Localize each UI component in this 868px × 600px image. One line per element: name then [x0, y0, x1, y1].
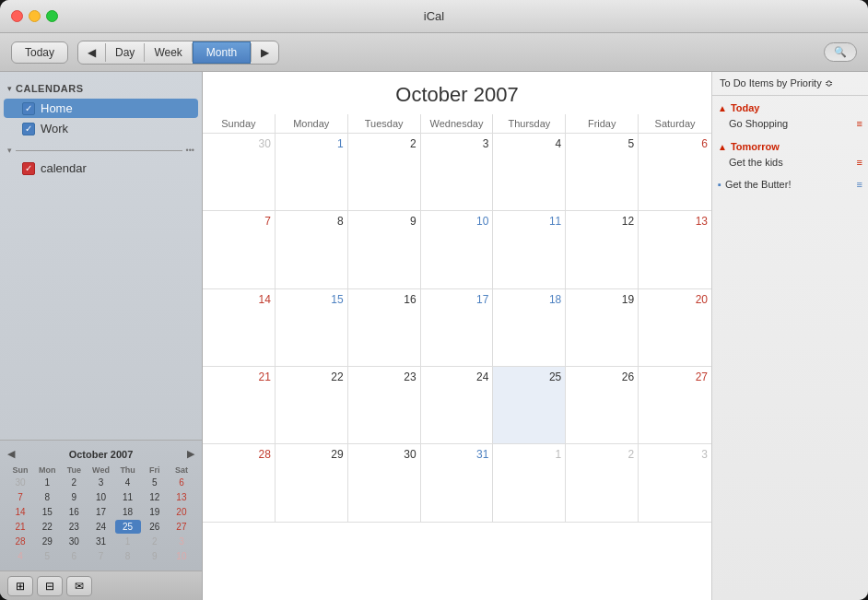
table-row[interactable]: 22: [276, 367, 348, 444]
table-row[interactable]: 8: [276, 211, 348, 288]
mini-day-12[interactable]: 12: [142, 490, 168, 504]
table-row[interactable]: 3: [421, 134, 494, 211]
mini-day-23[interactable]: 23: [61, 520, 87, 534]
mini-day-4-next[interactable]: 4: [7, 549, 33, 563]
week-view-button[interactable]: Week: [145, 42, 191, 63]
grid-view-button[interactable]: ⊟: [37, 576, 63, 596]
prev-button[interactable]: ◀: [78, 42, 105, 63]
table-row[interactable]: 13: [639, 211, 711, 288]
mini-day-28[interactable]: 28: [7, 535, 33, 548]
sidebar-item-calendar[interactable]: ✓ calendar: [4, 159, 198, 178]
mini-day-6-next[interactable]: 6: [61, 549, 87, 563]
mini-day-6[interactable]: 6: [169, 476, 194, 489]
table-row[interactable]: 30: [203, 134, 276, 211]
table-row[interactable]: 4: [493, 134, 566, 211]
mini-day-19[interactable]: 19: [142, 505, 168, 519]
table-row[interactable]: 25: [493, 367, 566, 444]
mini-day-10-next[interactable]: 10: [169, 549, 194, 563]
table-row[interactable]: 26: [566, 367, 639, 444]
list-item[interactable]: Go Shopping ≡: [712, 116, 868, 131]
mini-day-5[interactable]: 5: [142, 476, 168, 489]
table-row[interactable]: 31: [421, 444, 494, 522]
table-row[interactable]: 9: [348, 211, 421, 288]
table-row[interactable]: 5: [566, 134, 639, 211]
mini-day-16[interactable]: 16: [61, 505, 87, 519]
list-item[interactable]: ▪ Get the Butter! ≡: [712, 177, 868, 192]
table-row[interactable]: 1: [493, 444, 566, 522]
table-row[interactable]: 17: [421, 289, 494, 367]
mini-day-8[interactable]: 8: [34, 490, 60, 504]
mini-day-9-next[interactable]: 9: [142, 549, 168, 563]
table-row[interactable]: 21: [203, 367, 276, 444]
maximize-button[interactable]: [46, 10, 58, 22]
home-checkbox[interactable]: ✓: [22, 102, 35, 115]
work-checkbox[interactable]: ✓: [22, 123, 35, 135]
sidebar-item-work[interactable]: ✓ Work: [4, 119, 198, 138]
mini-day-30[interactable]: 30: [61, 535, 87, 548]
table-row[interactable]: 12: [566, 211, 639, 288]
table-row[interactable]: 2: [348, 134, 421, 211]
mini-day-31[interactable]: 31: [88, 535, 113, 548]
mini-day-1[interactable]: 1: [34, 476, 60, 489]
day-view-button[interactable]: Day: [106, 42, 144, 63]
mini-day-7-next[interactable]: 7: [88, 549, 113, 563]
mini-day-2-next[interactable]: 2: [142, 535, 168, 548]
table-row[interactable]: 16: [348, 289, 421, 367]
mini-day-3-next[interactable]: 3: [169, 535, 194, 548]
mini-day-27[interactable]: 27: [169, 520, 194, 534]
table-row[interactable]: 23: [348, 367, 421, 444]
table-row[interactable]: 6: [639, 134, 711, 211]
table-row[interactable]: 20: [639, 289, 711, 367]
table-row[interactable]: 1: [276, 134, 348, 211]
mini-day-30-prev[interactable]: 30: [7, 476, 33, 489]
mini-day-7[interactable]: 7: [7, 490, 33, 504]
table-row[interactable]: 30: [348, 444, 421, 522]
sidebar-item-home[interactable]: ✓ Home: [4, 99, 198, 118]
mini-day-3[interactable]: 3: [88, 476, 113, 489]
table-row[interactable]: 18: [493, 289, 566, 367]
mini-day-25-today[interactable]: 25: [115, 520, 141, 534]
minimize-button[interactable]: [29, 10, 41, 22]
table-row[interactable]: 29: [276, 444, 348, 522]
table-row[interactable]: 24: [421, 367, 494, 444]
mini-day-4[interactable]: 4: [115, 476, 141, 489]
mail-button[interactable]: ✉: [66, 576, 92, 596]
mini-day-14[interactable]: 14: [7, 505, 33, 519]
table-row[interactable]: 2: [566, 444, 639, 522]
mini-day-8-next[interactable]: 8: [115, 549, 141, 563]
mini-next[interactable]: ▶: [187, 448, 194, 460]
next-button[interactable]: ▶: [252, 42, 278, 63]
month-view-button[interactable]: Month: [193, 41, 251, 64]
table-row[interactable]: 19: [566, 289, 639, 367]
mini-day-2[interactable]: 2: [61, 476, 87, 489]
mini-day-24[interactable]: 24: [88, 520, 113, 534]
table-row[interactable]: 27: [639, 367, 711, 444]
mini-day-20[interactable]: 20: [169, 505, 194, 519]
mini-day-22[interactable]: 22: [34, 520, 60, 534]
mini-day-9[interactable]: 9: [61, 490, 87, 504]
mini-day-11[interactable]: 11: [115, 490, 141, 504]
mini-prev[interactable]: ◀: [7, 448, 15, 460]
table-row[interactable]: 7: [203, 211, 276, 288]
search-box[interactable]: 🔍: [824, 42, 857, 62]
mini-day-29[interactable]: 29: [34, 535, 60, 548]
table-row[interactable]: 3: [639, 444, 711, 522]
close-button[interactable]: [11, 10, 23, 22]
mini-day-10[interactable]: 10: [88, 490, 113, 504]
list-item[interactable]: Get the kids ≡: [712, 155, 868, 170]
table-row[interactable]: 15: [276, 289, 348, 367]
today-button[interactable]: Today: [11, 41, 68, 64]
mini-day-13[interactable]: 13: [169, 490, 194, 504]
mini-day-26[interactable]: 26: [142, 520, 168, 534]
calendars-header[interactable]: ▾ CALENDARS: [0, 79, 202, 98]
list-view-button[interactable]: ⊞: [7, 576, 33, 596]
mini-day-1-next[interactable]: 1: [115, 535, 141, 548]
mini-day-17[interactable]: 17: [88, 505, 113, 519]
table-row[interactable]: 28: [203, 444, 276, 522]
mini-day-21[interactable]: 21: [7, 520, 33, 534]
mini-day-15[interactable]: 15: [34, 505, 60, 519]
mini-day-18[interactable]: 18: [115, 505, 141, 519]
table-row[interactable]: 11: [493, 211, 566, 288]
mini-day-5-next[interactable]: 5: [34, 549, 60, 563]
calendar-checkbox[interactable]: ✓: [22, 162, 35, 175]
